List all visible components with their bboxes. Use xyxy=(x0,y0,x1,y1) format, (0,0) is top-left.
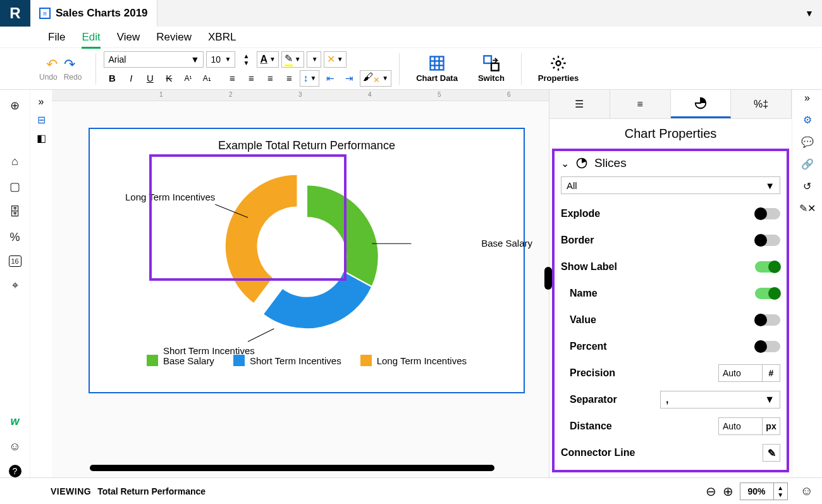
panel-tab-chart[interactable] xyxy=(671,90,732,118)
align-center-button[interactable]: ≡ xyxy=(243,70,259,87)
align-justify-button[interactable]: ≡ xyxy=(281,70,297,87)
history-icon[interactable]: ↺ xyxy=(803,180,811,192)
redo-icon[interactable]: ↷ xyxy=(64,56,75,73)
document-tab[interactable]: ≡ Sales Charts 2019 xyxy=(30,0,157,27)
chart-object[interactable]: Example Total Return Performance Base Sa… xyxy=(89,128,525,393)
titlebar-menu-caret-icon[interactable]: ▼ xyxy=(797,0,822,27)
properties-button[interactable]: Properties xyxy=(538,54,579,83)
underline-button[interactable]: U xyxy=(142,70,158,87)
subscript-button[interactable]: A₁ xyxy=(199,70,215,87)
distance-input[interactable] xyxy=(718,417,763,435)
clear-format-button[interactable]: ✕▼ xyxy=(324,51,347,68)
home-icon[interactable]: ⌂ xyxy=(8,154,22,168)
font-family-select[interactable]: Arial▼ xyxy=(104,51,204,68)
section-slices-header[interactable]: ⌄ Slices xyxy=(561,156,780,170)
menu-file[interactable]: File xyxy=(48,31,65,44)
chart-data-button[interactable]: Chart Data xyxy=(416,54,458,83)
separator-select[interactable]: ,▼ xyxy=(660,391,780,409)
track-icon[interactable]: ✎✕ xyxy=(799,202,816,214)
svg-rect-6 xyxy=(491,63,499,71)
toggle-percent[interactable] xyxy=(755,341,780,352)
legend-label-short: Short Term Incentives xyxy=(250,355,341,366)
donut-chart[interactable] xyxy=(100,159,513,355)
prop-border: Border xyxy=(561,227,780,254)
fill-color-button[interactable]: ▼ xyxy=(307,51,321,68)
strikethrough-button[interactable]: K xyxy=(161,70,177,87)
align-right-button[interactable]: ≡ xyxy=(262,70,278,87)
indent-button[interactable]: ⇥ xyxy=(341,70,357,87)
align-left-button[interactable]: ≡ xyxy=(224,70,240,87)
menu-view[interactable]: View xyxy=(117,31,140,44)
account-icon[interactable]: ☺ xyxy=(801,484,813,498)
svg-rect-5 xyxy=(484,56,491,63)
tag-icon[interactable]: ⌖ xyxy=(8,278,22,292)
left-rail: ⊕ ⌂ ▢ 🗄 % 16 ⌖ w ☺ ? xyxy=(0,90,30,477)
toggle-name[interactable] xyxy=(755,288,780,299)
user-icon[interactable]: ☺ xyxy=(8,439,22,453)
app-logo[interactable]: R xyxy=(0,0,30,27)
link-icon[interactable]: 🔗 xyxy=(801,158,814,170)
gear-icon xyxy=(549,54,567,72)
undo-icon[interactable]: ↶ xyxy=(46,56,58,73)
chart-title: Example Total Return Performance xyxy=(100,139,513,152)
gear-icon[interactable]: ⚙ xyxy=(803,114,812,126)
zoom-level[interactable]: 90%▲▼ xyxy=(740,482,788,500)
zoom-in-icon[interactable]: ⊕ xyxy=(723,484,733,499)
font-size-stepper[interactable]: ▲▼ xyxy=(238,51,254,68)
grid-icon xyxy=(428,54,446,72)
legend-swatch-short xyxy=(233,355,245,366)
pie-icon xyxy=(694,96,708,110)
bookmark-icon[interactable]: ◧ xyxy=(37,132,46,144)
text-color-button[interactable]: A▼ xyxy=(257,51,278,68)
menu-review[interactable]: Review xyxy=(156,31,192,44)
redo-label: Redo xyxy=(64,73,82,82)
switch-button[interactable]: Switch xyxy=(478,54,505,83)
brand-icon[interactable]: w xyxy=(8,414,22,428)
date-icon[interactable]: 16 xyxy=(9,255,21,267)
font-size-select[interactable]: 10▼ xyxy=(206,51,235,68)
slice-short-term[interactable] xyxy=(263,271,372,329)
folder-icon[interactable]: ▢ xyxy=(8,180,22,194)
horizontal-scrollbar[interactable] xyxy=(90,465,494,471)
slice-selector[interactable]: All▼ xyxy=(561,176,780,194)
title-bar: R ≡ Sales Charts 2019 ▼ xyxy=(0,0,822,27)
zoom-out-icon[interactable]: ⊖ xyxy=(706,484,716,499)
data-icon[interactable]: 🗄 xyxy=(8,205,22,219)
toggle-show-label[interactable] xyxy=(755,261,780,273)
outdent-button[interactable]: ⇤ xyxy=(322,70,338,87)
percent-icon[interactable]: % xyxy=(8,230,22,244)
italic-button[interactable]: I xyxy=(123,70,139,87)
precision-input[interactable] xyxy=(718,364,763,382)
prop-percent: Percent xyxy=(561,333,780,360)
legend-swatch-long xyxy=(360,355,372,366)
expand-icon[interactable]: » xyxy=(39,96,44,108)
connector-line-button[interactable]: ✎ xyxy=(763,444,780,462)
chevron-down-icon: ⌄ xyxy=(561,157,569,169)
collapse-right-icon[interactable]: » xyxy=(804,92,810,104)
toggle-value[interactable] xyxy=(755,314,780,326)
document-canvas[interactable]: 1 2 3 4 5 6 Example Total Return Perform… xyxy=(52,90,549,477)
status-bar: VIEWING Total Return Performance ⊖ ⊕ 90%… xyxy=(0,477,822,504)
highlight-color-button[interactable]: ✎▼ xyxy=(281,51,304,68)
slice-long-term[interactable] xyxy=(225,175,298,304)
help-icon[interactable]: ? xyxy=(9,465,21,477)
right-rail: » ⚙ 💬 🔗 ↺ ✎✕ xyxy=(792,90,822,477)
toggle-border[interactable] xyxy=(755,235,780,246)
outline-icon[interactable]: ⊟ xyxy=(37,114,46,126)
panel-resize-handle[interactable] xyxy=(544,267,552,290)
panel-tab-format[interactable]: %‡ xyxy=(731,90,792,118)
svg-rect-0 xyxy=(431,57,444,70)
add-icon[interactable]: ⊕ xyxy=(8,99,22,113)
toggle-explode[interactable] xyxy=(755,208,780,219)
comment-icon[interactable]: 💬 xyxy=(801,136,814,148)
menu-xbrl[interactable]: XBRL xyxy=(208,31,236,44)
status-doc-name: Total Return Performance xyxy=(97,486,206,496)
valign-button[interactable]: ↕▼ xyxy=(300,70,319,87)
bold-button[interactable]: B xyxy=(104,70,120,87)
format-painter-button[interactable]: 🖌✕▼ xyxy=(360,70,391,87)
prop-distance: Distance px xyxy=(561,413,780,439)
panel-tab-outline[interactable]: ☰ xyxy=(549,90,610,118)
superscript-button[interactable]: A¹ xyxy=(180,70,196,87)
menu-edit[interactable]: Edit xyxy=(82,31,100,49)
panel-tab-text[interactable]: ≡ xyxy=(610,90,671,118)
